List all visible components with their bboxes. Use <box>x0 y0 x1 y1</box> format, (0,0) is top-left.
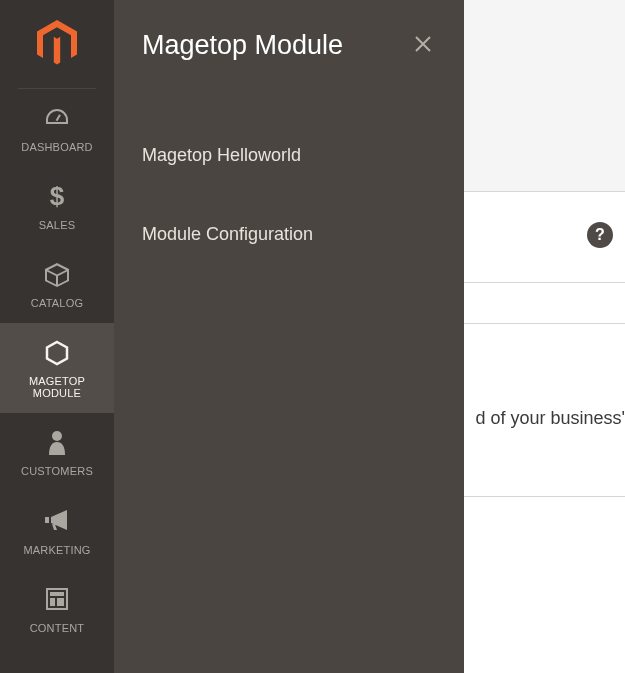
svg-text:$: $ <box>50 183 65 211</box>
flyout-header: Magetop Module <box>142 30 436 61</box>
sidebar-item-marketing[interactable]: MARKETING <box>0 492 114 570</box>
help-icon-row: ? <box>587 222 613 248</box>
sidebar-item-label: DASHBOARD <box>4 141 110 153</box>
svg-rect-4 <box>50 592 64 596</box>
help-symbol: ? <box>595 226 605 244</box>
logo-container <box>18 0 96 89</box>
flyout-item-label: Magetop Helloworld <box>142 145 301 165</box>
sidebar-item-dashboard[interactable]: DASHBOARD <box>0 89 114 167</box>
sidebar-item-catalog[interactable]: CATALOG <box>0 245 114 323</box>
magento-logo-icon[interactable] <box>37 20 77 70</box>
divider <box>464 496 625 497</box>
cube-icon <box>4 261 110 289</box>
megaphone-icon <box>4 508 110 536</box>
person-icon <box>4 429 110 457</box>
flyout-menu: Magetop Helloworld Module Configuration <box>142 131 436 289</box>
svg-rect-5 <box>50 598 55 606</box>
content-top-area <box>464 0 625 192</box>
hex-icon <box>4 339 110 367</box>
divider <box>464 323 625 324</box>
layout-icon <box>4 586 110 614</box>
sidebar-item-label: MAGETOP MODULE <box>4 375 110 399</box>
main-content: ? d of your business' <box>464 0 625 673</box>
dashboard-icon <box>4 105 110 133</box>
svg-rect-6 <box>57 598 64 606</box>
sidebar-item-label: CUSTOMERS <box>4 465 110 477</box>
flyout-item-module-configuration[interactable]: Module Configuration <box>142 210 436 289</box>
sidebar-item-content[interactable]: CONTENT <box>0 570 114 648</box>
sidebar-item-label: MARKETING <box>4 544 110 556</box>
sidebar-item-label: CONTENT <box>4 622 110 634</box>
sidebar-item-customers[interactable]: CUSTOMERS <box>0 413 114 491</box>
help-icon[interactable]: ? <box>587 222 613 248</box>
svg-point-2 <box>52 431 62 441</box>
dollar-icon: $ <box>4 183 110 211</box>
flyout-item-label: Module Configuration <box>142 224 313 244</box>
flyout-panel: Magetop Module Magetop Helloworld Module… <box>114 0 464 673</box>
business-text-fragment: d of your business' <box>475 408 625 429</box>
svg-rect-0 <box>56 114 61 121</box>
flyout-title: Magetop Module <box>142 30 343 61</box>
sidebar-item-magetop-module[interactable]: MAGETOP MODULE <box>0 323 114 413</box>
close-icon[interactable] <box>410 31 436 61</box>
admin-sidebar: DASHBOARD $ SALES CATALOG MAGETOP MODULE… <box>0 0 114 673</box>
divider <box>464 282 625 283</box>
nav-list: DASHBOARD $ SALES CATALOG MAGETOP MODULE… <box>0 89 114 648</box>
flyout-item-helloworld[interactable]: Magetop Helloworld <box>142 131 436 210</box>
sidebar-item-label: SALES <box>4 219 110 231</box>
sidebar-item-label: CATALOG <box>4 297 110 309</box>
sidebar-item-sales[interactable]: $ SALES <box>0 167 114 245</box>
